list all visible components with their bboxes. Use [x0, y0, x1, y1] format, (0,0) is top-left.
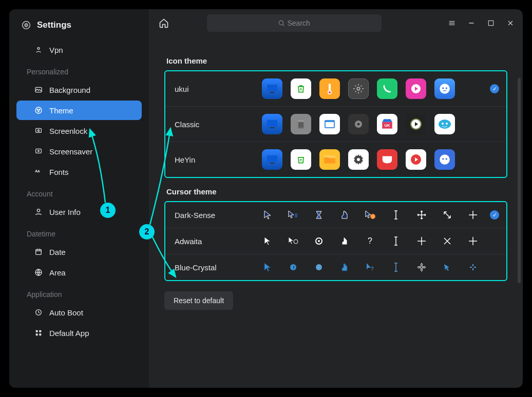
- svg-point-4: [35, 107, 42, 113]
- vpn-icon: [34, 45, 43, 54]
- svg-rect-9: [38, 130, 40, 131]
- hand-cursor-icon: [339, 262, 350, 273]
- pointer-cursor-icon: [262, 209, 273, 221]
- sidebar-item-userinfo[interactable]: User Info: [16, 202, 142, 222]
- screensaver-icon: [34, 147, 43, 156]
- sidebar-item-label: Background: [49, 86, 90, 94]
- sidebar-item-vpn[interactable]: Vpn: [16, 40, 142, 59]
- svg-rect-35: [270, 127, 274, 128]
- crosshair-cursor-icon: [467, 209, 479, 221]
- icon-theme-box: ukui ✓ Classic: [164, 70, 507, 178]
- gear-icon: [348, 114, 369, 134]
- defaultapp-icon: [34, 328, 43, 338]
- svg-point-48: [446, 123, 448, 125]
- pocket-icon: [377, 149, 397, 170]
- svg-point-56: [442, 158, 444, 160]
- svg-text:?: ?: [368, 236, 372, 245]
- help-cursor-icon: ?: [365, 209, 376, 221]
- maximize-button[interactable]: [486, 18, 496, 28]
- move-cursor-icon: [416, 235, 427, 247]
- cursor-theme-row-blue-crystal[interactable]: Blue-Crystal ?: [165, 254, 506, 280]
- scrollbar[interactable]: [518, 78, 521, 283]
- sidebar-item-autoboot[interactable]: Auto Boot: [16, 303, 142, 322]
- svg-point-66: [316, 264, 322, 270]
- icon-theme-row-heyin[interactable]: HeYin: [165, 142, 506, 177]
- svg-point-1: [25, 24, 28, 27]
- svg-point-46: [439, 120, 451, 129]
- icon-theme-name: HeYin: [175, 155, 262, 164]
- svg-rect-20: [39, 333, 41, 335]
- search-input[interactable]: Search: [207, 14, 382, 32]
- sidebar-item-date[interactable]: Date: [16, 242, 142, 262]
- icon-theme-row-classic[interactable]: Classic UK: [165, 107, 506, 142]
- wait-cursor-icon: [313, 235, 325, 247]
- titlebar: Search: [149, 9, 523, 37]
- sidebar-item-label: Vpn: [49, 46, 63, 54]
- sidebar-item-label: Screenlock: [49, 127, 87, 135]
- monitor-icon: [262, 114, 282, 134]
- svg-rect-19: [36, 333, 38, 335]
- sidebar-item-fonts[interactable]: Aᴀ Fonts: [16, 162, 142, 182]
- sidebar-item-screenlock[interactable]: Screenlock: [16, 121, 142, 141]
- area-icon: [34, 268, 43, 277]
- svg-rect-58: [295, 213, 297, 217]
- svg-rect-39: [326, 122, 334, 127]
- move-cursor-icon: [416, 262, 427, 273]
- thermometer-icon: [319, 78, 340, 99]
- svg-point-13: [37, 209, 40, 212]
- gear-icon: [348, 149, 369, 170]
- svg-rect-14: [36, 249, 42, 254]
- sidebar-item-defaultapp[interactable]: Default App: [16, 323, 142, 343]
- monitor-icon: [262, 149, 282, 170]
- sidebar-item-area[interactable]: Area: [16, 263, 142, 282]
- sidebar-item-label: Screensaver: [49, 147, 92, 156]
- selected-check-icon: ✓: [490, 210, 499, 220]
- svg-rect-24: [270, 92, 274, 93]
- menu-button[interactable]: [447, 18, 457, 28]
- reset-to-default-button[interactable]: Reset to default: [164, 291, 233, 310]
- precision-cursor-icon: [442, 262, 453, 273]
- cursor-preview-strip: ?: [262, 235, 479, 247]
- hand-cursor-icon: [339, 235, 350, 247]
- svg-point-55: [440, 154, 450, 165]
- group-label-account: Account: [9, 183, 149, 201]
- sidebar-item-label: Theme: [49, 106, 73, 115]
- cursor-theme-row-dark-sense[interactable]: Dark-Sense ? ✓: [165, 202, 506, 228]
- svg-point-41: [357, 123, 360, 126]
- icon-theme-row-ukui[interactable]: ukui ✓: [165, 71, 506, 107]
- crosshair-cursor-icon: [467, 262, 479, 273]
- fonts-icon: Aᴀ: [34, 167, 43, 176]
- svg-point-28: [329, 91, 331, 93]
- monitor-icon: [262, 78, 282, 99]
- text-cursor-icon: [390, 262, 402, 273]
- icon-theme-name: Classic: [175, 120, 262, 129]
- svg-point-2: [37, 47, 40, 49]
- gear-icon: [348, 78, 369, 99]
- cursor-theme-row-adwaita[interactable]: Adwaita ?: [165, 228, 506, 254]
- svg-point-61: [294, 240, 298, 244]
- close-button[interactable]: [505, 18, 516, 28]
- sidebar-item-theme[interactable]: Theme: [16, 101, 142, 120]
- trash-icon: [291, 149, 311, 170]
- svg-rect-8: [36, 128, 42, 132]
- svg-rect-18: [39, 330, 41, 332]
- icon-preview-strip: [262, 149, 455, 170]
- svg-rect-22: [488, 21, 493, 25]
- svg-point-6: [39, 109, 40, 110]
- resize-diag-cursor-icon: [442, 235, 453, 247]
- sidebar-item-screensaver[interactable]: Screensaver: [16, 142, 142, 161]
- window-icon: [319, 114, 340, 134]
- cursor-theme-name: Blue-Crystal: [175, 263, 262, 272]
- home-button[interactable]: [156, 15, 172, 31]
- svg-point-5: [37, 109, 38, 110]
- svg-rect-52: [324, 155, 335, 157]
- svg-point-47: [442, 123, 444, 125]
- minimize-button[interactable]: [466, 18, 477, 28]
- help-cursor-icon: ?: [365, 235, 376, 247]
- robot-icon: [434, 114, 455, 134]
- sidebar-item-label: Date: [49, 248, 66, 256]
- sidebar-item-label: Area: [49, 268, 66, 277]
- cursor-preview-strip: ?: [262, 209, 479, 221]
- sidebar-item-background[interactable]: Background: [16, 80, 142, 100]
- cursor-theme-title: Cursor theme: [166, 187, 507, 196]
